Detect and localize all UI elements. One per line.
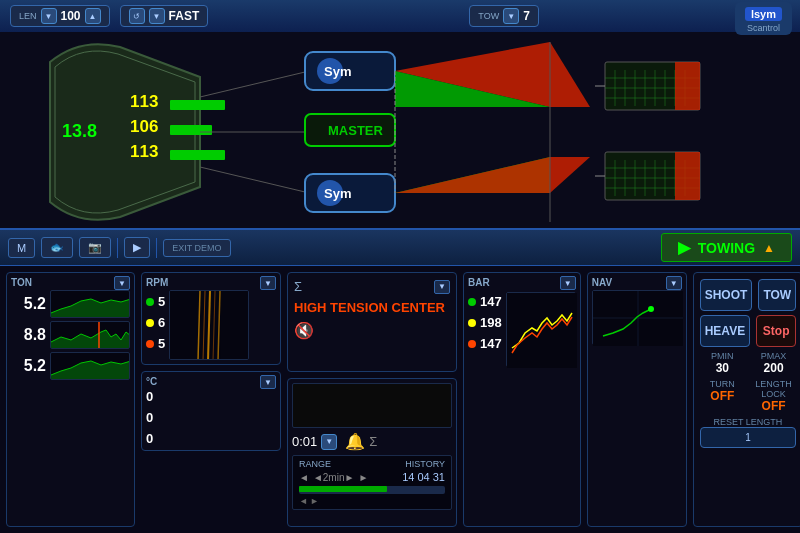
divider2 [156, 238, 157, 258]
right-panel: SHOOT TOW HEAVE Stop PMIN 30 PMAX 200 TU… [693, 272, 800, 527]
tension-dropdown[interactable]: ▼ [434, 280, 450, 294]
svg-rect-28 [675, 62, 700, 110]
len-label: LEN [19, 11, 37, 21]
exit-demo-btn[interactable]: EXIT DEMO [163, 239, 230, 257]
ctrl-row1: SHOOT TOW [700, 279, 796, 311]
toolbar: M 🐟 📷 ▶ EXIT DEMO ▶ TOWING ▲ [0, 230, 800, 266]
mode-btn[interactable]: M [8, 238, 35, 258]
time-panel: 0:01 ▼ 🔔 Σ RANGE HISTORY ◄ ◄2min► ► 14 0… [287, 378, 457, 527]
ton-dropdown[interactable]: ▼ [114, 276, 130, 290]
turn-label: TURN [700, 379, 745, 389]
rpm-dot3 [146, 340, 154, 348]
boat-container: 13.8 113 106 113 Sym MASTER [0, 32, 800, 228]
turn-value: OFF [700, 389, 745, 403]
pmin-pmax-row: PMIN 30 PMAX 200 [700, 351, 796, 375]
range-left-icon[interactable]: ◄ [299, 472, 309, 483]
temp-dropdown[interactable]: ▼ [260, 375, 276, 389]
len-up-btn[interactable]: ▲ [85, 8, 101, 24]
ctrl-row2: HEAVE Stop [700, 315, 796, 347]
range-label: RANGE [299, 459, 331, 469]
nav-panel: NAV ▼ [587, 272, 687, 527]
ton-title: TON [11, 277, 130, 288]
len-control[interactable]: LEN ▼ 100 ▲ [10, 5, 110, 27]
pmin-label: PMIN [700, 351, 745, 361]
towing-btn[interactable]: ▶ TOWING ▲ [661, 233, 792, 262]
temp-numbers: 0 0 0 [146, 389, 153, 446]
tow-down-btn[interactable]: ▼ [503, 8, 519, 24]
length-lock-label: LENGTH LOCK [751, 379, 796, 399]
tow-control[interactable]: TOW ▼ 7 [469, 5, 539, 27]
play-btn[interactable]: ▶ [124, 237, 150, 258]
svg-rect-51 [507, 293, 577, 368]
range-right-icon[interactable]: ► [358, 472, 368, 483]
tension-message: HIGH TENSION CENTER [294, 300, 450, 315]
svg-text:MASTER: MASTER [328, 123, 384, 138]
rpm-temp-col: RPM ▼ 5 6 5 [141, 272, 281, 527]
timestamp: 14 04 31 [402, 471, 445, 483]
pmax-label: PMAX [751, 351, 796, 361]
fast-down-btn[interactable]: ▼ [149, 8, 165, 24]
shoot-btn[interactable]: SHOOT [700, 279, 753, 311]
pmax-group: PMAX 200 [751, 351, 796, 375]
reset-group: RESET LENGTH 1 [700, 417, 796, 448]
speaker-icon: 🔇 [294, 321, 450, 340]
tow-value: 7 [523, 9, 530, 23]
logo-area: lsym Scantrol [735, 2, 792, 35]
ton-row1: 5.2 [11, 290, 130, 318]
svg-line-3 [200, 72, 305, 97]
bottom-section: TON ▼ 5.2 8.8 5.2 [0, 266, 800, 533]
fish-btn[interactable]: 🐟 [41, 237, 73, 258]
svg-point-55 [648, 306, 654, 312]
rpm-chart [169, 290, 249, 360]
rpm-dropdown[interactable]: ▼ [260, 276, 276, 290]
rpm-panel: RPM ▼ 5 6 5 [141, 272, 281, 365]
tow-btn[interactable]: TOW [758, 279, 796, 311]
range-arrow-right[interactable]: ► [310, 496, 319, 506]
reset-label: RESET LENGTH [700, 417, 796, 427]
fast-icon[interactable]: ↺ [129, 8, 145, 24]
bar-dropdown[interactable]: ▼ [560, 276, 576, 290]
bar-val3: 147 [480, 336, 502, 351]
time-down-btn[interactable]: ▼ [321, 434, 337, 450]
svg-rect-0 [170, 100, 225, 110]
temp-val3: 0 [146, 431, 153, 446]
svg-rect-41 [675, 152, 700, 200]
bar-val1: 147 [480, 294, 502, 309]
bar-dot2 [468, 319, 476, 327]
bar-numbers: 147 198 147 [468, 292, 502, 367]
bar-row2: 198 [468, 315, 502, 330]
camera-btn[interactable]: 📷 [79, 237, 111, 258]
heave-btn[interactable]: HEAVE [700, 315, 750, 347]
tension-panel: Σ ▼ HIGH TENSION CENTER 🔇 [287, 272, 457, 372]
rpm-val2: 6 [158, 315, 165, 330]
ton-panel: TON ▼ 5.2 8.8 5.2 [6, 272, 135, 527]
temp-title: °C [146, 376, 276, 387]
range-arrow-left[interactable]: ◄ [299, 496, 308, 506]
pmax-value: 200 [751, 361, 796, 375]
len-down-btn[interactable]: ▼ [41, 8, 57, 24]
boat-num1: 113 [130, 92, 158, 111]
reset-btn[interactable]: 1 [700, 427, 796, 448]
length-lock-group: LENGTH LOCK OFF [751, 379, 796, 413]
pmin-group: PMIN 30 [700, 351, 745, 375]
stop-btn[interactable]: Stop [756, 315, 796, 347]
nav-dropdown[interactable]: ▼ [666, 276, 682, 290]
fast-control[interactable]: ↺ ▼ FAST [120, 5, 209, 27]
fast-value: FAST [169, 9, 200, 23]
range-track [299, 486, 445, 494]
range-progress [299, 486, 387, 492]
temp-val1: 0 [146, 389, 153, 404]
sigma-label: Σ [294, 279, 302, 294]
rpm-dot2 [146, 319, 154, 327]
len-value: 100 [61, 9, 81, 23]
rpm-row3: 5 [146, 336, 165, 351]
ton-row3: 5.2 [11, 352, 130, 380]
svg-rect-1 [170, 125, 212, 135]
ton-val1: 5.2 [11, 295, 46, 313]
header-bar: LEN ▼ 100 ▲ ↺ ▼ FAST TOW ▼ 7 lsym Scantr… [0, 0, 800, 32]
turn-group: TURN OFF [700, 379, 745, 413]
bar-content: 147 198 147 [468, 292, 576, 367]
range-2min: ◄2min► [313, 472, 354, 483]
ton-row2: 8.8 [11, 321, 130, 349]
time-sigma[interactable]: Σ [369, 434, 377, 449]
